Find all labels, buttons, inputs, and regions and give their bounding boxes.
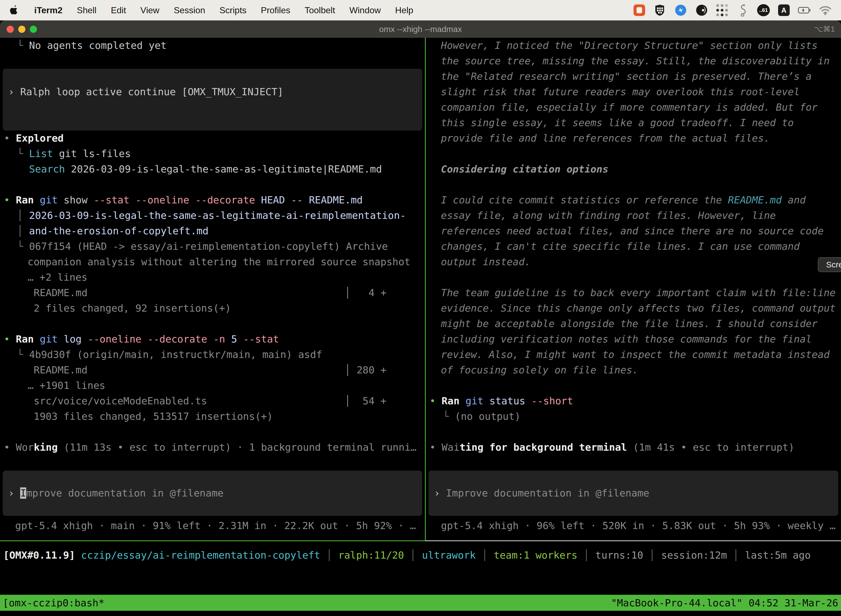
text-segment: │	[643, 550, 661, 561]
terminal-line: references need actual files, and since …	[426, 223, 841, 239]
menu-item-edit[interactable]: Edit	[111, 5, 126, 15]
terminal-blank-line	[0, 424, 425, 440]
text-segment: │	[727, 550, 745, 561]
text-segment: status	[489, 395, 532, 406]
text-segment: 067f154 (HEAD -> essay/ai-reimplementati…	[29, 241, 388, 252]
terminal-blank-line	[426, 424, 841, 440]
shield-grid-icon[interactable]	[653, 4, 666, 16]
terminal-line: └ No agents completed yet	[0, 38, 425, 53]
menu-bar: iTerm2ShellEditViewSessionScriptsProfile…	[0, 0, 841, 21]
battery-icon[interactable]	[798, 4, 811, 16]
text-segment: Ralph loop active continue [OMX_TMUX_INJ…	[20, 86, 283, 97]
text-segment: this single essay, it seems like a good …	[441, 117, 794, 128]
tmux-host-clock-label: "MacBook-Pro-44.local" 04:52 31-Mar-26	[611, 597, 838, 609]
text-segment: Ran	[441, 395, 466, 406]
terminal-blank-line	[426, 146, 841, 161]
terminal-line: this single essay, it seems like a good …	[426, 115, 841, 131]
zoom-button[interactable]	[30, 26, 37, 33]
terminal-line: might be acceptable alongside the file l…	[426, 316, 841, 331]
menu-item-window[interactable]: Window	[349, 5, 381, 15]
text-segment: Wor	[16, 441, 34, 453]
battery-percent-badge[interactable]: ..61	[757, 4, 770, 16]
menu-item-toolbelt[interactable]: Toolbelt	[305, 5, 335, 15]
menu-item-scripts[interactable]: Scripts	[219, 5, 246, 15]
terminal-line: gpt-5.4 xhigh · 96% left · 520K in · 5.8…	[426, 518, 841, 534]
menu-item-profiles[interactable]: Profiles	[261, 5, 290, 15]
text-segment: List	[29, 148, 53, 159]
text-segment: │	[17, 210, 29, 221]
terminal-blank-line	[0, 455, 425, 471]
text-segment: show	[64, 194, 94, 205]
text-segment: the "Related research writing" section i…	[441, 70, 812, 82]
terminal-line: Search 2026-03-09-is-legal-the-same-as-l…	[0, 161, 425, 177]
apple-logo-icon[interactable]	[9, 4, 21, 16]
text-segment: However, I noticed the "Directory Struct…	[441, 40, 818, 51]
tmux-pane-left[interactable]: └ No agents completed yet› Ralph loop ac…	[0, 38, 425, 540]
text-segment: references need actual files, and since …	[441, 225, 823, 236]
menu-status-icons: ..61 A	[633, 4, 832, 16]
pie-circle-icon[interactable]	[695, 4, 708, 16]
window-shortcut-badge: ⌥⌘1	[814, 25, 835, 34]
menu-item-view[interactable]: View	[141, 5, 160, 15]
terminal-line: companion file, especially if more comme…	[426, 100, 841, 115]
text-segment: gpt-5.4 xhigh · main · 91% left · 2.31M …	[15, 520, 416, 531]
dots-grid-icon[interactable]	[716, 4, 728, 16]
ralph-loop-box: › Ralph loop active continue [OMX_TMUX_I…	[3, 69, 422, 131]
text-segment: 2026-03-09-is-legal-the-same-as-legitima…	[29, 210, 406, 221]
blue-badge-icon[interactable]	[674, 4, 687, 16]
text-segment: essay file, along with finding root file…	[441, 210, 776, 221]
text-segment: └	[17, 40, 29, 51]
terminal-blank-line	[426, 177, 841, 192]
text-segment: --oneline --decorate	[88, 333, 213, 345]
tmux-pane-right[interactable]: However, I noticed the "Directory Struct…	[426, 38, 841, 540]
terminal-line: │ and-the-erosion-of-copyleft.md	[0, 223, 425, 239]
text-segment: gpt-5.4 xhigh · 96% left · 520K in · 5.8…	[441, 520, 835, 531]
text-segment: review. Also, I might want to inspect th…	[441, 349, 830, 360]
text-segment: ultrawork	[422, 550, 476, 561]
text-segment: mprove documentation in @filename	[26, 487, 224, 499]
text-segment: and	[782, 194, 806, 205]
terminal-line: • Ran git log --oneline --decorate -n 5 …	[0, 331, 425, 347]
terminal-line: provide file and line references from th…	[426, 131, 841, 146]
prompt-input[interactable]: › Improve documentation in @filename	[3, 471, 422, 516]
text-segment: (11m 13s • esc to interrupt) · 1 backgro…	[58, 441, 416, 453]
text-segment: README.md	[728, 194, 782, 205]
text-segment	[17, 163, 29, 175]
text-segment: --stat	[243, 333, 279, 345]
chat-app-icon[interactable]	[633, 4, 645, 16]
s-hook-icon[interactable]	[736, 4, 749, 16]
text-segment: │	[320, 550, 338, 561]
minimize-button[interactable]	[18, 26, 25, 33]
terminal-blank-line	[0, 53, 425, 69]
text-segment: companion file, especially if more comme…	[441, 101, 818, 113]
text-segment: └	[17, 349, 29, 360]
text-segment: might be acceptable alongside the file l…	[441, 318, 818, 329]
text-segment: 1903 files changed, 513517 insertions(+)	[34, 411, 273, 422]
text-segment: No agents completed yet	[29, 40, 167, 51]
close-button[interactable]	[7, 26, 14, 33]
text-segment: └	[443, 411, 455, 422]
terminal-line: › Improve documentation in @filename	[428, 485, 649, 501]
menu-item-session[interactable]: Session	[174, 5, 205, 15]
terminal-blank-line	[426, 455, 841, 471]
text-segment: ›	[8, 86, 20, 97]
text-segment: Explored	[16, 132, 63, 144]
a-square-icon[interactable]: A	[778, 4, 790, 16]
text-segment: Ran	[16, 333, 40, 345]
prompt-input[interactable]: › Improve documentation in @filename	[428, 471, 838, 516]
text-segment: (1m 41s • esc to interrupt)	[627, 441, 794, 453]
terminal-line: gpt-5.4 xhigh · main · 91% left · 2.31M …	[0, 518, 425, 534]
terminal-line: slight risk that future readers may over…	[426, 84, 841, 100]
terminal-line: 2 files changed, 92 insertions(+)	[0, 301, 425, 316]
text-segment: the source tree, missing the essay. Stil…	[441, 55, 830, 66]
terminal-line: companion analysis without altering the …	[0, 254, 425, 270]
text-segment: 5	[231, 333, 243, 345]
wifi-icon[interactable]	[819, 4, 832, 16]
text-segment: └	[17, 148, 29, 159]
menu-item-shell[interactable]: Shell	[77, 5, 97, 15]
traffic-lights	[7, 21, 37, 38]
menu-item-help[interactable]: Help	[395, 5, 413, 15]
tmux-session-window-label[interactable]: [omx-cczip0:bash*	[3, 597, 104, 609]
menu-item-iterm2[interactable]: iTerm2	[34, 5, 63, 15]
terminal-line: including verification notes with those …	[426, 331, 841, 347]
